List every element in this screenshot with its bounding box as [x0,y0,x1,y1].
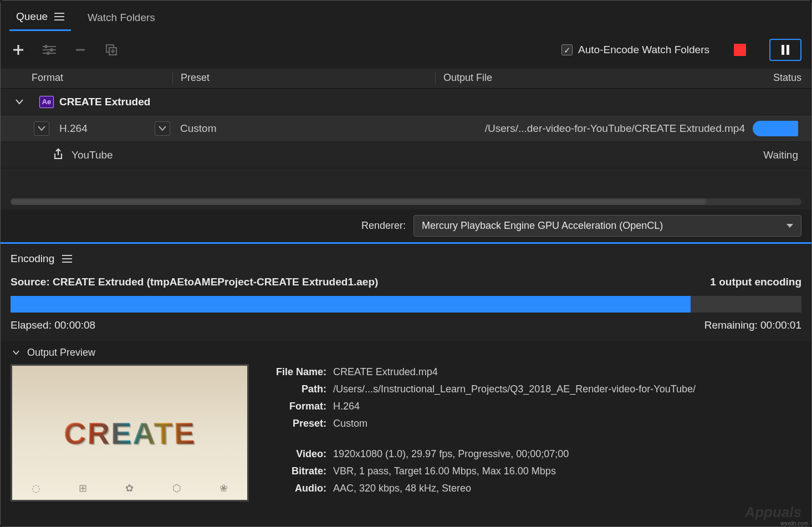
meta-path: Path: /Users/...s/Instructional_Learn_Pr… [265,383,801,395]
elapsed-time: Elapsed: 00:00:08 [11,319,95,331]
tab-queue[interactable]: Queue [9,5,71,31]
preset-dropdown[interactable] [155,121,170,136]
watermark-text: Appuals [744,504,801,521]
queue-group-row[interactable]: Ae CREATE Extruded [1,89,811,115]
meta-video: Video: 1920x1080 (1.0), 29.97 fps, Progr… [265,448,801,460]
stop-button[interactable] [734,44,746,56]
tab-watch-folders-label: Watch Folders [88,12,155,24]
encoding-panel: Encoding Source: CREATE Extruded (tmpAEt… [1,244,811,341]
encoding-source: Source: CREATE Extruded (tmpAEtoAMEProje… [11,276,378,288]
hamburger-icon[interactable] [62,255,72,263]
meta-preset: Preset: Custom [265,418,801,429]
meta-bitrate: Bitrate: VBR, 1 pass, Target 16.00 Mbps,… [265,465,801,477]
column-status[interactable]: Status [752,72,801,84]
thumbnail-decor: ◌⊞✿⬡❀ [12,482,247,494]
column-preset[interactable]: Preset [172,72,435,84]
encoding-progress-fill [11,296,691,313]
svg-point-10 [47,52,49,54]
queue-toolbar: ✓ Auto-Encode Watch Folders [1,31,811,69]
scrollbar-thumb[interactable] [11,198,707,205]
queue-columns: Format Preset Output File Status [1,69,811,89]
queue-body: Ae CREATE Extruded H.264 Custom /Users/.… [1,89,811,209]
svg-point-9 [50,49,53,51]
duplicate-button[interactable] [104,42,119,58]
status-progress-pill [753,121,798,136]
queue-publish-row[interactable]: YouTube Waiting [1,142,811,168]
pause-icon [782,45,789,55]
meta-format: Format: H.264 [265,401,801,412]
svg-point-8 [45,45,47,48]
tab-queue-label: Queue [16,11,48,23]
chevron-down-icon[interactable] [14,96,25,108]
queue-output-row[interactable]: H.264 Custom /Users/...der-video-for-You… [1,115,811,142]
output-file-path[interactable]: /Users/...der-video-for-YouTube/CREATE E… [485,122,745,135]
settings-sliders-icon[interactable] [42,42,57,58]
publish-destination: YouTube [72,149,113,161]
share-icon [53,147,64,162]
thumbnail-text: CREATE [63,415,196,451]
renderer-select[interactable]: Mercury Playback Engine GPU Acceleration… [413,215,801,237]
output-preview-panel: Output Preview CREATE ◌⊞✿⬡❀ File Name: C… [1,341,811,526]
remove-button[interactable] [73,42,88,58]
publish-status: Waiting [763,149,798,161]
output-format-value: H.264 [59,122,88,135]
format-dropdown[interactable] [34,121,49,136]
panel-tabs: Queue Watch Folders [1,1,811,31]
renderer-label: Renderer: [361,220,406,232]
pause-button[interactable] [769,39,801,61]
meta-audio: Audio: AAC, 320 kbps, 48 kHz, Stereo [265,483,801,494]
output-meta: File Name: CREATE Extruded.mp4 Path: /Us… [265,364,801,502]
renderer-row: Renderer: Mercury Playback Engine GPU Ac… [1,209,811,242]
encoding-progress [11,296,801,313]
horizontal-scrollbar[interactable] [11,198,801,205]
hamburger-icon[interactable] [54,13,64,21]
add-button[interactable] [11,42,26,58]
tab-watch-folders[interactable]: Watch Folders [81,6,162,30]
remaining-time: Remaining: 00:00:01 [704,319,801,331]
output-preview-thumbnail: CREATE ◌⊞✿⬡❀ [11,364,249,502]
queue-group-title: CREATE Extruded [59,96,150,108]
auto-encode-label: Auto-Encode Watch Folders [578,44,709,56]
checkmark-icon: ✓ [561,44,573,55]
encoding-output-count: 1 output encoding [710,276,801,288]
chevron-down-icon [787,224,793,228]
chevron-down-icon[interactable] [11,347,22,359]
credit-text: wsxdn.com [780,520,808,526]
column-output[interactable]: Output File [435,72,752,84]
meta-file-name: File Name: CREATE Extruded.mp4 [265,366,801,378]
output-preset-value: Custom [180,122,216,135]
column-format[interactable]: Format [32,72,172,84]
ae-app-icon: Ae [39,96,54,108]
auto-encode-checkbox[interactable]: ✓ Auto-Encode Watch Folders [561,44,709,56]
encoding-title: Encoding [11,253,54,265]
renderer-selected: Mercury Playback Engine GPU Acceleration… [422,220,663,232]
output-preview-title: Output Preview [27,347,95,359]
